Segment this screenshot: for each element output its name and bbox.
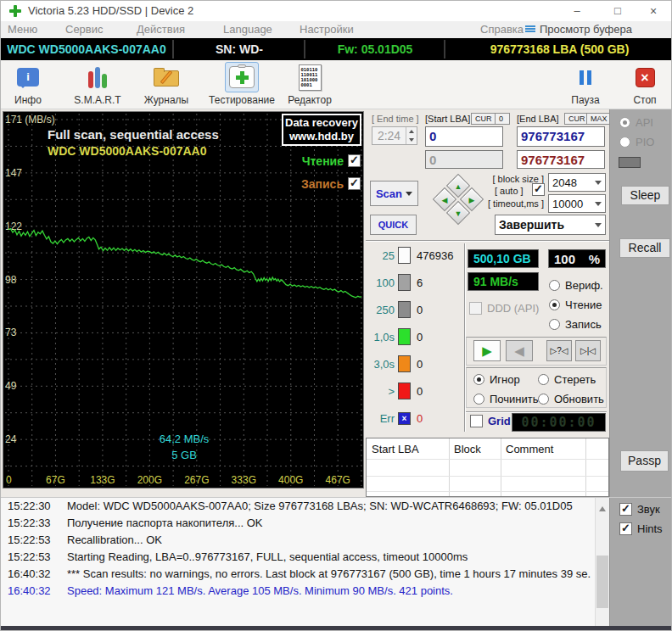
radio-icon[interactable] bbox=[549, 319, 560, 330]
log-timestamp: 16:40:32 bbox=[8, 567, 57, 580]
bucket-label: 1,0s bbox=[367, 331, 395, 343]
defect-list-table[interactable]: Start LBABlockComment bbox=[366, 438, 609, 497]
seek-find-button[interactable]: ▷?◁ bbox=[546, 340, 572, 361]
grid-option: Grid bbox=[470, 415, 511, 427]
seek-end-button[interactable]: ▷|◁ bbox=[575, 340, 601, 361]
radio-icon[interactable] bbox=[538, 394, 549, 405]
radio-icon[interactable] bbox=[473, 394, 484, 405]
svg-text:467G: 467G bbox=[326, 474, 350, 486]
end-time-label: [ End time ] bbox=[372, 114, 419, 124]
mode-radio-option[interactable]: Чтение bbox=[549, 295, 603, 315]
start-lba-input[interactable]: 0 bbox=[425, 126, 503, 147]
pause-label: Пауза bbox=[571, 94, 599, 106]
log-line: 15:22:53Starting Reading, LBA=0..9767731… bbox=[1, 550, 593, 567]
legend-label: Запись bbox=[301, 177, 344, 191]
legend-checkbox[interactable] bbox=[348, 177, 361, 190]
maximize-button[interactable]: □ bbox=[603, 1, 632, 21]
first-aid-kit-icon bbox=[229, 66, 255, 88]
end-lba-label: [End LBA] bbox=[517, 114, 559, 124]
mode-radio-label: Вериф. bbox=[565, 279, 603, 292]
end-action-select[interactable]: Завершить bbox=[495, 215, 606, 235]
error-radio-option[interactable]: Починить bbox=[473, 389, 538, 409]
bucket-label: > bbox=[367, 385, 395, 398]
log-timestamp: 15:22:53 bbox=[8, 550, 57, 563]
close-button[interactable]: × bbox=[639, 1, 668, 21]
grid-checkbox[interactable] bbox=[470, 415, 483, 427]
end-lba-max-button[interactable]: MAX bbox=[586, 113, 612, 125]
svg-text:67G: 67G bbox=[46, 474, 65, 486]
start-lba-zero-button[interactable]: 0 bbox=[495, 113, 510, 125]
watermark: Data recovery www.hdd.by bbox=[282, 114, 361, 146]
log-area: 15:22:30Model: WDC WD5000AAKS-007AA0; Si… bbox=[1, 497, 672, 626]
timeout-select[interactable]: 10000 bbox=[548, 194, 606, 213]
back-button[interactable]: ◀ bbox=[506, 340, 533, 361]
minimize-button[interactable]: – bbox=[563, 1, 591, 21]
device-serial: SN: WD-WCATR6468693 bbox=[175, 38, 304, 60]
end-time-value: 2:24 bbox=[372, 129, 406, 142]
mode-radio-option[interactable]: Запись bbox=[549, 315, 603, 334]
svg-text:267G: 267G bbox=[184, 474, 209, 486]
bucket-label: 25 bbox=[367, 249, 395, 262]
menu-item[interactable]: Справка bbox=[480, 23, 524, 36]
divider bbox=[304, 40, 305, 59]
app-logo-icon bbox=[9, 5, 21, 17]
menu-item[interactable]: Настройки bbox=[300, 23, 354, 36]
legend-checkbox[interactable] bbox=[348, 154, 361, 167]
radio-icon[interactable] bbox=[473, 374, 484, 385]
auto-checkbox[interactable] bbox=[532, 183, 545, 196]
spinner-arrows-icon[interactable] bbox=[406, 127, 417, 144]
radio-icon[interactable] bbox=[549, 280, 560, 291]
menu-item[interactable]: Сервис bbox=[65, 23, 104, 36]
mode-radio-option[interactable]: Вериф. bbox=[549, 276, 603, 295]
error-radio-option[interactable]: Обновить bbox=[538, 389, 609, 409]
chevron-down-icon bbox=[595, 181, 602, 188]
testing-label: Тестирование bbox=[209, 94, 275, 106]
scroll-up-icon[interactable] bbox=[599, 503, 606, 511]
buffer-view-button[interactable]: Просмотр буфера bbox=[525, 23, 632, 37]
smart-button[interactable]: S.M.A.R.T bbox=[69, 62, 126, 108]
error-radio-option[interactable]: Игнор bbox=[473, 370, 538, 389]
editor-button[interactable]: 010110 110011 101000 0001 Редактор bbox=[281, 62, 339, 108]
sleep-button[interactable]: Sleep bbox=[621, 186, 669, 205]
menu-item[interactable]: Меню bbox=[8, 23, 37, 36]
stop-button[interactable]: × Стоп bbox=[620, 62, 669, 108]
block-size-select[interactable]: 2048 bbox=[548, 173, 606, 192]
log-options-panel: Звук Hints bbox=[609, 498, 672, 627]
hints-label: Hints bbox=[637, 522, 663, 535]
bucket-row: Err×0 bbox=[367, 405, 462, 432]
hints-checkbox[interactable] bbox=[619, 522, 632, 535]
passport-button[interactable]: Passp bbox=[620, 450, 669, 472]
quick-button[interactable]: QUICK bbox=[370, 215, 417, 235]
bucket-count: 0 bbox=[417, 358, 423, 371]
menu-item[interactable]: Language bbox=[223, 23, 272, 36]
log-scrollbar[interactable] bbox=[595, 498, 609, 627]
journals-label: Журналы bbox=[144, 94, 188, 106]
svg-text:147: 147 bbox=[5, 167, 22, 179]
bucket-label: 250 bbox=[367, 304, 395, 316]
window-bottom-edge bbox=[1, 626, 672, 631]
recall-button[interactable]: Recall bbox=[619, 238, 670, 258]
start-scan-button[interactable]: ▶ bbox=[473, 340, 501, 361]
radio-icon[interactable] bbox=[538, 374, 549, 385]
svg-text:400G: 400G bbox=[278, 474, 303, 486]
bucket-row: 3,0s0 bbox=[367, 350, 462, 377]
error-radio-option[interactable]: Стереть bbox=[538, 370, 609, 389]
testing-button[interactable]: Тестирование bbox=[204, 62, 279, 108]
scan-menu-button[interactable]: Scan bbox=[370, 181, 418, 206]
sound-checkbox[interactable] bbox=[619, 503, 632, 516]
journals-button[interactable]: Журналы bbox=[138, 62, 194, 108]
pio-option: PIO bbox=[619, 136, 654, 148]
svg-text:73: 73 bbox=[5, 327, 17, 338]
info-button[interactable]: i Инфо bbox=[4, 62, 52, 108]
menu-item[interactable]: Действия bbox=[137, 23, 185, 36]
end-time-spinner[interactable]: 2:24 bbox=[372, 126, 417, 145]
end-lba-input[interactable]: 976773167 bbox=[517, 126, 605, 147]
device-firmware: Fw: 05.01D05 bbox=[306, 38, 444, 60]
start-lba-cur-button[interactable]: CUR bbox=[471, 113, 496, 125]
scrollbar-thumb[interactable] bbox=[596, 556, 608, 608]
pause-button[interactable]: Пауза bbox=[561, 62, 610, 108]
log-message: Starting Reading, LBA=0..976773167, FULL… bbox=[67, 550, 468, 563]
cursor-readout: 64,2 MB/s 5 GB bbox=[137, 433, 231, 465]
radio-icon[interactable] bbox=[549, 299, 560, 310]
device-model: WDC WD5000AAKS-007AA0 bbox=[1, 38, 172, 60]
